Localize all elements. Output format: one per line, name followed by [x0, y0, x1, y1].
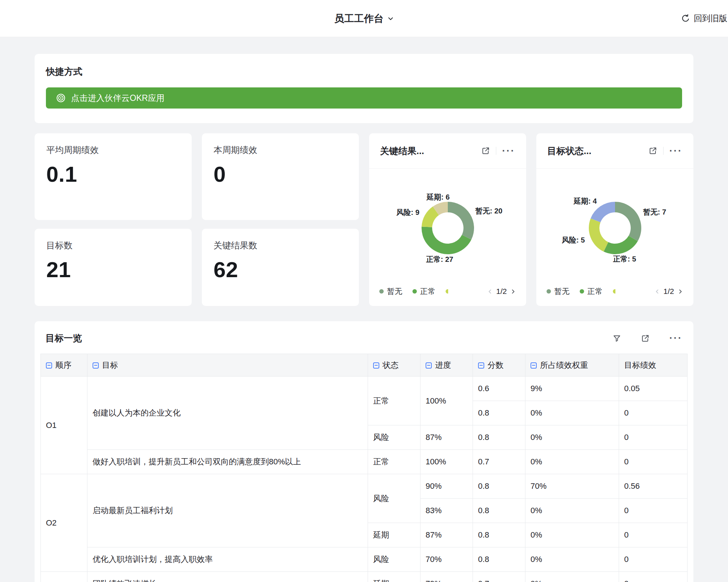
stat-card-key-result-count: 关键结果数 62 — [202, 229, 359, 306]
legend-dot — [412, 289, 417, 294]
chart-title: 目标状态... — [547, 145, 591, 157]
cell-performance: 0 — [619, 499, 688, 523]
stat-value: 62 — [214, 257, 347, 282]
open-in-new-icon[interactable] — [641, 334, 650, 343]
cell-status: 延期 — [368, 523, 420, 547]
cell-weight: 0% — [525, 547, 619, 572]
cell-goal: 优化入职培训计划，提高入职效率 — [87, 547, 368, 572]
chevron-down-icon — [387, 15, 394, 22]
legend-next-icon[interactable] — [678, 289, 683, 294]
open-in-new-icon[interactable] — [649, 146, 657, 155]
cell-order: O2 — [41, 474, 87, 572]
column-label: 目标 — [102, 361, 118, 370]
legend-prev-icon[interactable] — [487, 289, 493, 294]
cell-score: 0.7 — [473, 572, 525, 582]
cell-performance: 0 — [619, 523, 688, 547]
cell-status: 风险 — [368, 474, 420, 523]
page-title: 员工工作台 — [334, 12, 384, 25]
legend-item-clipped — [446, 289, 448, 294]
stat-card-average-cycle-performance: 平均周期绩效 0.1 — [35, 133, 192, 220]
cell-goal: 团队绩效飞速增长 — [87, 572, 368, 582]
donut-segment — [589, 218, 608, 251]
column-header: 状态 — [368, 354, 420, 377]
table-header-row: 顺序目标状态进度分数所占绩效权重目标绩效 — [41, 354, 688, 377]
stat-value: 0 — [214, 162, 347, 187]
cell-goal: 创建以人为本的企业文化 — [87, 377, 368, 450]
cell-performance: 0 — [619, 547, 688, 572]
okr-app-button-label: 点击进入伙伴云OKR应用 — [71, 93, 165, 104]
legend-item-clipped — [613, 289, 615, 294]
more-options-icon[interactable]: ··· — [502, 148, 515, 154]
legend-pager: 1/2 — [487, 287, 516, 296]
cell-weight: 0% — [525, 401, 619, 425]
column-label: 所占绩效权重 — [540, 361, 588, 370]
cell-status: 正常 — [368, 377, 420, 425]
cell-performance: 0 — [619, 572, 688, 582]
workspace-switcher[interactable]: 员工工作台 — [334, 12, 394, 25]
donut-label: 暂无: 7 — [643, 208, 666, 216]
legend-next-icon[interactable] — [510, 289, 516, 294]
cell-status: 风险 — [368, 425, 420, 450]
column-label: 分数 — [488, 361, 504, 370]
cell-score: 0.8 — [473, 499, 525, 523]
legend-pager: 1/2 — [654, 287, 683, 296]
legend-item[interactable]: 正常 — [412, 286, 435, 296]
cell-performance: 0 — [619, 401, 688, 425]
legend-item[interactable]: 正常 — [580, 286, 603, 296]
collapse-icon[interactable] — [478, 362, 484, 369]
goals-overview-card: 目标一览 ··· 顺序目标状态进度分数所占绩效权重目标绩效 O1创建以人为本的企… — [35, 321, 693, 582]
topbar: 员工工作台 回到旧版 — [0, 0, 728, 37]
chart-title: 关键结果... — [380, 145, 424, 157]
cell-performance: 0 — [619, 450, 688, 474]
legend-item[interactable]: 暂无 — [547, 286, 570, 296]
stats-grid: 平均周期绩效 0.1 本周期绩效 0 关键结果... ··· 暂无: 20正常:… — [35, 133, 693, 306]
cell-progress: 83% — [420, 499, 473, 523]
cell-progress: 70% — [420, 547, 473, 572]
collapse-icon[interactable] — [93, 362, 99, 369]
legend-dot — [547, 289, 551, 294]
back-to-old-version-link[interactable]: 回到旧版 — [681, 0, 727, 37]
cell-score: 0.8 — [473, 425, 525, 450]
collapse-icon[interactable] — [46, 362, 52, 369]
column-header: 所占绩效权重 — [525, 354, 619, 377]
collapse-icon[interactable] — [531, 362, 537, 369]
stat-value: 0.1 — [46, 162, 180, 187]
legend-prev-icon[interactable] — [654, 289, 660, 294]
cell-weight: 0% — [525, 450, 619, 474]
donut-chart: 暂无: 20正常: 27风险: 9延期: 6 — [369, 169, 526, 286]
cell-order — [41, 572, 87, 582]
cell-weight: 0% — [525, 572, 619, 582]
cell-goal: 做好入职培训，提升新员工和公司双向的满意度到80%以上 — [87, 450, 368, 474]
cell-weight: 9% — [525, 377, 619, 401]
cell-score: 0.8 — [473, 523, 525, 547]
more-options-icon[interactable]: ··· — [669, 148, 682, 154]
okr-app-button[interactable]: 点击进入伙伴云OKR应用 — [46, 87, 682, 109]
legend-page-indicator: 1/2 — [496, 287, 507, 296]
stat-label: 本周期绩效 — [214, 144, 347, 156]
stat-label: 平均周期绩效 — [46, 144, 180, 156]
more-options-icon[interactable]: ··· — [669, 335, 682, 341]
cell-goal: 启动最新员工福利计划 — [87, 474, 368, 547]
legend-label: 暂无 — [554, 286, 570, 296]
cell-order: O1 — [41, 377, 87, 474]
filter-icon[interactable] — [612, 334, 621, 343]
stat-value: 21 — [46, 257, 180, 282]
legend-page-indicator: 1/2 — [664, 287, 674, 296]
legend-item[interactable]: 暂无 — [379, 286, 402, 296]
collapse-icon[interactable] — [426, 362, 432, 369]
cell-performance: 0.05 — [619, 377, 688, 401]
donut-label: 延期: 4 — [573, 197, 597, 205]
column-header: 进度 — [420, 354, 473, 377]
donut-label: 风险: 5 — [561, 236, 584, 244]
chart-actions: ··· — [481, 146, 515, 155]
legend-label: 暂无 — [387, 286, 402, 296]
goals-table-body: O1创建以人为本的企业文化正常100%0.69%0.050.80%0风险87%0… — [41, 377, 688, 582]
goals-title: 目标一览 — [46, 332, 82, 344]
collapse-icon[interactable] — [373, 362, 379, 369]
cell-status: 风险 — [368, 547, 420, 572]
cell-weight: 0% — [525, 499, 619, 523]
goals-header: 目标一览 ··· — [40, 321, 688, 354]
donut-label: 正常: 5 — [612, 255, 636, 263]
open-in-new-icon[interactable] — [481, 146, 490, 155]
column-label: 进度 — [435, 361, 451, 370]
